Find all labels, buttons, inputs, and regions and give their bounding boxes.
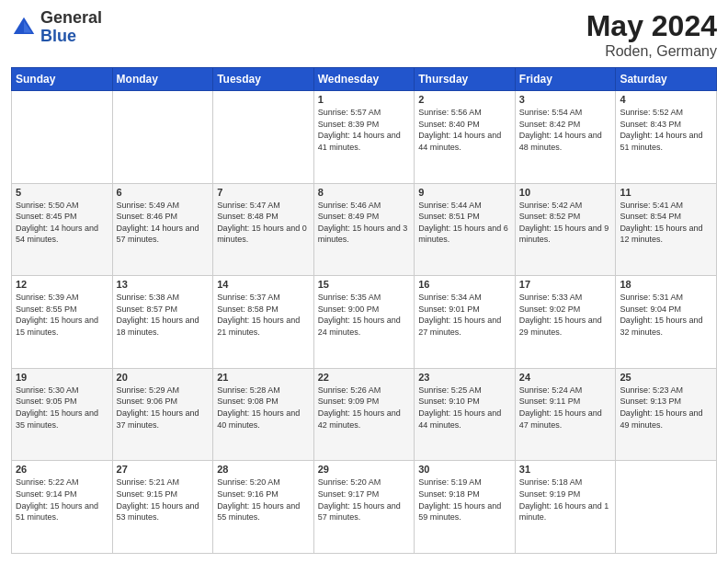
day-number: 29: [318, 464, 411, 475]
day-info: Sunrise: 5:34 AMSunset: 9:01 PMDaylight:…: [418, 292, 511, 338]
day-number: 23: [418, 372, 511, 383]
day-number: 12: [16, 279, 108, 290]
day-info: Sunrise: 5:25 AMSunset: 9:10 PMDaylight:…: [418, 385, 511, 431]
day-info: Sunrise: 5:20 AMSunset: 9:17 PMDaylight:…: [318, 477, 411, 523]
day-number: 8: [318, 187, 411, 198]
day-number: 5: [16, 187, 108, 198]
day-number: 15: [318, 279, 411, 290]
day-number: 31: [519, 464, 612, 475]
calendar-cell: 13Sunrise: 5:38 AMSunset: 8:57 PMDayligh…: [112, 276, 213, 369]
logo-icon: [11, 15, 37, 40]
calendar-cell: 21Sunrise: 5:28 AMSunset: 9:08 PMDayligh…: [213, 368, 314, 461]
day-number: 16: [418, 279, 511, 290]
logo: General Blue: [11, 9, 102, 46]
day-info: Sunrise: 5:23 AMSunset: 9:13 PMDaylight:…: [620, 385, 712, 431]
day-number: 9: [418, 187, 511, 198]
calendar-cell: 14Sunrise: 5:37 AMSunset: 8:58 PMDayligh…: [213, 276, 314, 369]
calendar-cell: 17Sunrise: 5:33 AMSunset: 9:02 PMDayligh…: [515, 276, 616, 369]
calendar-cell: 31Sunrise: 5:18 AMSunset: 9:19 PMDayligh…: [515, 461, 616, 554]
day-info: Sunrise: 5:54 AMSunset: 8:42 PMDaylight:…: [519, 107, 612, 153]
calendar-week-3: 12Sunrise: 5:39 AMSunset: 8:55 PMDayligh…: [12, 276, 717, 369]
calendar-cell: 19Sunrise: 5:30 AMSunset: 9:05 PMDayligh…: [12, 368, 113, 461]
day-number: 20: [117, 372, 210, 383]
day-number: 1: [318, 94, 411, 105]
calendar-cell: [213, 91, 314, 184]
calendar-cell: 23Sunrise: 5:25 AMSunset: 9:10 PMDayligh…: [415, 368, 516, 461]
calendar-cell: 12Sunrise: 5:39 AMSunset: 8:55 PMDayligh…: [12, 276, 113, 369]
day-number: 17: [519, 279, 612, 290]
calendar-cell: 3Sunrise: 5:54 AMSunset: 8:42 PMDaylight…: [515, 91, 616, 184]
day-info: Sunrise: 5:49 AMSunset: 8:46 PMDaylight:…: [117, 200, 210, 246]
day-number: 2: [418, 94, 511, 105]
day-info: Sunrise: 5:20 AMSunset: 9:16 PMDaylight:…: [217, 477, 310, 523]
day-header-sunday: Sunday: [12, 68, 113, 91]
calendar-cell: 18Sunrise: 5:31 AMSunset: 9:04 PMDayligh…: [616, 276, 717, 369]
day-number: 14: [217, 279, 310, 290]
calendar-cell: 20Sunrise: 5:29 AMSunset: 9:06 PMDayligh…: [112, 368, 213, 461]
day-number: 18: [620, 279, 712, 290]
day-header-thursday: Thursday: [415, 68, 516, 91]
calendar-header-row: SundayMondayTuesdayWednesdayThursdayFrid…: [12, 68, 717, 91]
day-info: Sunrise: 5:57 AMSunset: 8:39 PMDaylight:…: [318, 107, 411, 153]
calendar-cell: 22Sunrise: 5:26 AMSunset: 9:09 PMDayligh…: [313, 368, 415, 461]
day-number: 4: [620, 94, 712, 105]
day-header-wednesday: Wednesday: [313, 68, 415, 91]
day-number: 26: [16, 464, 108, 475]
calendar-week-1: 1Sunrise: 5:57 AMSunset: 8:39 PMDaylight…: [12, 91, 717, 184]
calendar-week-4: 19Sunrise: 5:30 AMSunset: 9:05 PMDayligh…: [12, 368, 717, 461]
day-number: 28: [217, 464, 310, 475]
calendar-cell: 10Sunrise: 5:42 AMSunset: 8:52 PMDayligh…: [515, 183, 616, 276]
day-info: Sunrise: 5:35 AMSunset: 9:00 PMDaylight:…: [318, 292, 411, 338]
calendar-cell: 2Sunrise: 5:56 AMSunset: 8:40 PMDaylight…: [415, 91, 516, 184]
day-info: Sunrise: 5:41 AMSunset: 8:54 PMDaylight:…: [620, 200, 712, 246]
day-info: Sunrise: 5:38 AMSunset: 8:57 PMDaylight:…: [117, 292, 210, 338]
day-info: Sunrise: 5:18 AMSunset: 9:19 PMDaylight:…: [519, 477, 612, 523]
calendar-week-5: 26Sunrise: 5:22 AMSunset: 9:14 PMDayligh…: [12, 461, 717, 554]
month-title: May 2024: [586, 9, 717, 43]
day-info: Sunrise: 5:44 AMSunset: 8:51 PMDaylight:…: [418, 200, 511, 246]
day-number: 27: [117, 464, 210, 475]
day-info: Sunrise: 5:22 AMSunset: 9:14 PMDaylight:…: [16, 477, 108, 523]
day-info: Sunrise: 5:56 AMSunset: 8:40 PMDaylight:…: [418, 107, 511, 153]
calendar-cell: 25Sunrise: 5:23 AMSunset: 9:13 PMDayligh…: [616, 368, 717, 461]
calendar-cell: 8Sunrise: 5:46 AMSunset: 8:49 PMDaylight…: [313, 183, 415, 276]
day-info: Sunrise: 5:39 AMSunset: 8:55 PMDaylight:…: [16, 292, 108, 338]
calendar-cell: [616, 461, 717, 554]
day-number: 30: [418, 464, 511, 475]
calendar-cell: 6Sunrise: 5:49 AMSunset: 8:46 PMDaylight…: [112, 183, 213, 276]
calendar-cell: 15Sunrise: 5:35 AMSunset: 9:00 PMDayligh…: [313, 276, 415, 369]
calendar-cell: [12, 91, 113, 184]
day-info: Sunrise: 5:50 AMSunset: 8:45 PMDaylight:…: [16, 200, 108, 246]
day-number: 6: [117, 187, 210, 198]
day-info: Sunrise: 5:31 AMSunset: 9:04 PMDaylight:…: [620, 292, 712, 338]
day-info: Sunrise: 5:47 AMSunset: 8:48 PMDaylight:…: [217, 200, 310, 246]
day-info: Sunrise: 5:24 AMSunset: 9:11 PMDaylight:…: [519, 385, 612, 431]
day-info: Sunrise: 5:28 AMSunset: 9:08 PMDaylight:…: [217, 385, 310, 431]
day-info: Sunrise: 5:19 AMSunset: 9:18 PMDaylight:…: [418, 477, 511, 523]
calendar-cell: 29Sunrise: 5:20 AMSunset: 9:17 PMDayligh…: [313, 461, 415, 554]
calendar-cell: 4Sunrise: 5:52 AMSunset: 8:43 PMDaylight…: [616, 91, 717, 184]
title-section: May 2024 Roden, Germany: [586, 9, 717, 60]
day-info: Sunrise: 5:37 AMSunset: 8:58 PMDaylight:…: [217, 292, 310, 338]
location: Roden, Germany: [586, 43, 717, 60]
logo-general-text: General: [40, 9, 102, 28]
day-info: Sunrise: 5:42 AMSunset: 8:52 PMDaylight:…: [519, 200, 612, 246]
day-info: Sunrise: 5:52 AMSunset: 8:43 PMDaylight:…: [620, 107, 712, 153]
calendar-cell: 26Sunrise: 5:22 AMSunset: 9:14 PMDayligh…: [12, 461, 113, 554]
logo-blue-text: Blue: [40, 28, 102, 46]
day-number: 3: [519, 94, 612, 105]
day-info: Sunrise: 5:29 AMSunset: 9:06 PMDaylight:…: [117, 385, 210, 431]
day-number: 24: [519, 372, 612, 383]
day-number: 11: [620, 187, 712, 198]
logo-text: General Blue: [40, 9, 102, 46]
calendar-cell: 5Sunrise: 5:50 AMSunset: 8:45 PMDaylight…: [12, 183, 113, 276]
day-number: 22: [318, 372, 411, 383]
day-number: 7: [217, 187, 310, 198]
calendar-cell: 24Sunrise: 5:24 AMSunset: 9:11 PMDayligh…: [515, 368, 616, 461]
day-header-saturday: Saturday: [616, 68, 717, 91]
day-info: Sunrise: 5:46 AMSunset: 8:49 PMDaylight:…: [318, 200, 411, 246]
day-info: Sunrise: 5:21 AMSunset: 9:15 PMDaylight:…: [117, 477, 210, 523]
day-number: 10: [519, 187, 612, 198]
day-info: Sunrise: 5:26 AMSunset: 9:09 PMDaylight:…: [318, 385, 411, 431]
calendar-cell: 16Sunrise: 5:34 AMSunset: 9:01 PMDayligh…: [415, 276, 516, 369]
